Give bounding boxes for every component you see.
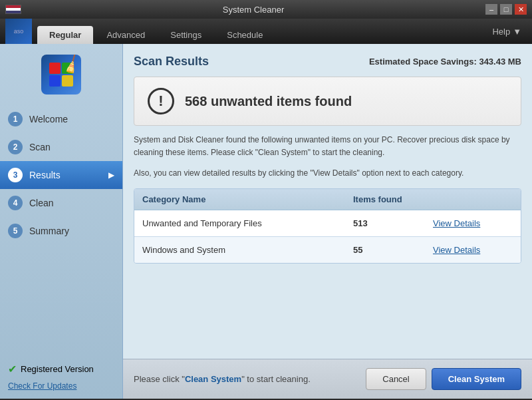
tab-advanced[interactable]: Advanced bbox=[94, 26, 157, 44]
row-count-0: 513 bbox=[353, 218, 433, 228]
footer-text: Please click "Clean System" to start cle… bbox=[134, 374, 311, 384]
main-layout: 🧹 1 Welcome 2 Scan 3 Results ▶ 4 Clean 5… bbox=[0, 44, 532, 399]
check-updates-link[interactable]: Check For Updates bbox=[8, 381, 76, 391]
sidebar-logo: 🧹 bbox=[0, 49, 122, 100]
help-menu[interactable]: Help ▼ bbox=[487, 19, 527, 44]
col-name-header: Category Name bbox=[142, 194, 353, 204]
footer-buttons: Cancel Clean System bbox=[366, 368, 521, 390]
window-controls: – □ ✕ bbox=[485, 4, 527, 15]
row-name-1: Windows and System bbox=[142, 245, 353, 255]
nav-num-4: 4 bbox=[8, 196, 23, 210]
help-label: Help bbox=[492, 27, 510, 37]
logo-area: aso bbox=[5, 19, 32, 44]
row-count-1: 55 bbox=[353, 245, 433, 255]
app-logo-icon: aso bbox=[5, 19, 32, 44]
flag-red bbox=[49, 63, 61, 74]
sidebar-item-label-summary: Summary bbox=[29, 226, 69, 236]
col-items-header: Items found bbox=[353, 194, 433, 204]
row-name-0: Unwanted and Temporary Files bbox=[142, 218, 353, 228]
check-icon: ✔ bbox=[8, 363, 17, 375]
sidebar-item-results[interactable]: 3 Results ▶ bbox=[0, 161, 122, 189]
cancel-button[interactable]: Cancel bbox=[366, 368, 426, 390]
view-details-link-0[interactable]: View Details bbox=[433, 218, 513, 228]
maximize-button[interactable]: □ bbox=[500, 4, 512, 15]
nav-num-5: 5 bbox=[8, 224, 23, 238]
sidebar-item-scan[interactable]: 2 Scan bbox=[0, 133, 122, 161]
close-button[interactable]: ✕ bbox=[515, 4, 527, 15]
nav-num-2: 2 bbox=[8, 140, 23, 154]
clean-system-button[interactable]: Clean System bbox=[432, 368, 521, 390]
tab-schedule[interactable]: Schedule bbox=[215, 26, 275, 44]
sidebar-item-label-welcome: Welcome bbox=[29, 114, 68, 124]
alert-message: 568 unwanted items found bbox=[185, 94, 352, 109]
registered-badge: ✔ Registered Version bbox=[8, 363, 114, 375]
titlebar: System Cleaner – □ ✕ bbox=[0, 0, 532, 19]
menu-tabs: Regular Advanced Settings Schedule bbox=[37, 19, 487, 44]
sidebar-item-label-results: Results bbox=[29, 170, 61, 180]
content-header: Scan Results Estimated Space Savings: 34… bbox=[134, 55, 521, 69]
footer-clean-word: Clean System bbox=[185, 374, 241, 384]
estimated-space-label: Estimated Space Savings: 343.43 MB bbox=[369, 57, 521, 67]
alert-box: ! 568 unwanted items found bbox=[134, 77, 521, 126]
minimize-button[interactable]: – bbox=[485, 4, 497, 15]
footer-bar: Please click "Clean System" to start cle… bbox=[123, 359, 532, 399]
sidebar-item-summary[interactable]: 5 Summary bbox=[0, 217, 122, 245]
flag-icon bbox=[5, 5, 21, 14]
tab-settings[interactable]: Settings bbox=[158, 26, 213, 44]
tab-regular[interactable]: Regular bbox=[37, 26, 93, 44]
window-title: System Cleaner bbox=[21, 5, 485, 15]
sidebar-item-welcome[interactable]: 1 Welcome bbox=[0, 105, 122, 133]
sidebar-item-label-scan: Scan bbox=[29, 142, 51, 152]
content-panel: Scan Results Estimated Space Savings: 34… bbox=[123, 44, 532, 359]
description-text-2: Also, you can view detailed results by c… bbox=[134, 167, 521, 180]
table-header: Category Name Items found bbox=[134, 189, 521, 210]
flag-blue bbox=[49, 75, 61, 87]
sidebar-item-clean[interactable]: 4 Clean bbox=[0, 189, 122, 217]
alert-icon: ! bbox=[148, 88, 174, 114]
content-area: Scan Results Estimated Space Savings: 34… bbox=[123, 44, 532, 399]
table-row: Unwanted and Temporary Files 513 View De… bbox=[134, 210, 521, 237]
view-details-link-1[interactable]: View Details bbox=[433, 245, 513, 255]
sidebar-item-label-clean: Clean bbox=[29, 198, 54, 208]
description-text-1: System and Disk Cleaner found the follow… bbox=[134, 134, 521, 159]
sidebar: 🧹 1 Welcome 2 Scan 3 Results ▶ 4 Clean 5… bbox=[0, 44, 123, 399]
sidebar-bottom: ✔ Registered Version Check For Updates bbox=[0, 355, 122, 399]
nav-num-1: 1 bbox=[8, 112, 23, 126]
results-table: Category Name Items found Unwanted and T… bbox=[134, 188, 521, 264]
scan-results-title: Scan Results bbox=[134, 55, 209, 69]
help-arrow-icon: ▼ bbox=[513, 27, 521, 37]
app-logo: 🧹 bbox=[41, 55, 81, 95]
registered-label: Registered Version bbox=[21, 364, 94, 374]
logo-text: aso bbox=[14, 28, 24, 35]
col-action-header bbox=[433, 194, 513, 204]
nav-num-3: 3 bbox=[8, 168, 23, 182]
menubar: aso Regular Advanced Settings Schedule H… bbox=[0, 19, 532, 44]
table-row: Windows and System 55 View Details bbox=[134, 237, 521, 263]
results-arrow-icon: ▶ bbox=[108, 170, 114, 180]
